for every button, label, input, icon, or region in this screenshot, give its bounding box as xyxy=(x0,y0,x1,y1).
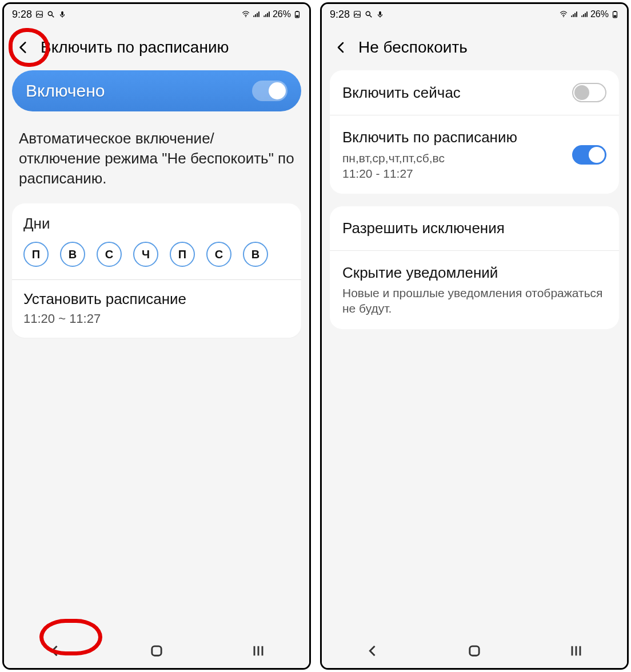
search-icon xyxy=(365,10,373,18)
mic-icon xyxy=(376,10,384,18)
signal1-icon xyxy=(252,10,260,18)
image-icon xyxy=(353,10,361,18)
svg-rect-2 xyxy=(61,11,63,15)
day-chip[interactable]: В xyxy=(243,242,268,267)
row-title: Скрытие уведомлений xyxy=(342,263,606,282)
navbar xyxy=(322,634,627,668)
set-schedule-row[interactable]: Установить расписание 11:20 ~ 11:27 xyxy=(23,290,290,326)
svg-point-3 xyxy=(245,16,246,17)
nav-recents-button[interactable] xyxy=(247,639,270,662)
image-icon xyxy=(35,10,43,18)
day-chip[interactable]: П xyxy=(170,242,195,267)
content-left: Включено Автоматическое включение/отключ… xyxy=(4,67,309,634)
statusbar-time: 9:28 xyxy=(330,9,350,21)
search-icon xyxy=(47,10,55,18)
days-row: П В С Ч П С В xyxy=(23,242,290,267)
day-chip[interactable]: С xyxy=(206,242,231,267)
row-sub-days: пн,вт,ср,чт,пт,сб,вс xyxy=(342,150,563,166)
nav-home-button[interactable] xyxy=(145,639,168,662)
row-title: Включить по расписанию xyxy=(342,128,563,147)
wifi-icon xyxy=(560,10,568,18)
phone-left: 9:28 26% Включить по расписанию Включено… xyxy=(2,2,311,670)
list-card-primary: Включить сейчас Включить по расписанию п… xyxy=(330,70,619,194)
svg-point-1 xyxy=(48,11,52,15)
signal1-icon xyxy=(570,10,578,18)
page-title: Не беспокоить xyxy=(358,38,468,57)
navbar xyxy=(4,634,309,668)
day-chip[interactable]: С xyxy=(97,242,122,267)
row-sub-time: 11:20 - 11:27 xyxy=(342,166,563,181)
recents-icon xyxy=(250,643,266,659)
row-title: Разрешить исключения xyxy=(342,219,606,238)
row-allow-exceptions[interactable]: Разрешить исключения xyxy=(330,206,619,250)
row-enable-schedule[interactable]: Включить по расписанию пн,вт,ср,чт,пт,сб… xyxy=(330,115,619,194)
schedule-card: Дни П В С Ч П С В Установить расписание … xyxy=(12,203,301,338)
header: Не беспокоить xyxy=(322,25,627,67)
battery-icon xyxy=(611,10,619,18)
wifi-icon xyxy=(242,10,250,18)
chevron-left-icon xyxy=(334,41,348,54)
enable-schedule-switch[interactable] xyxy=(572,145,606,165)
content-right: Включить сейчас Включить по расписанию п… xyxy=(322,67,627,634)
chevron-left-icon xyxy=(16,40,31,55)
nav-home-button[interactable] xyxy=(463,639,486,662)
svg-rect-14 xyxy=(614,15,617,17)
day-chip[interactable]: П xyxy=(23,242,49,267)
row-title: Включить сейчас xyxy=(342,83,563,102)
master-toggle-row[interactable]: Включено xyxy=(12,70,301,111)
square-icon xyxy=(466,643,482,659)
svg-rect-15 xyxy=(470,646,479,655)
page-title: Включить по расписанию xyxy=(41,38,229,57)
svg-rect-5 xyxy=(296,11,298,12)
signal2-icon xyxy=(262,10,270,18)
statusbar: 9:28 26% xyxy=(4,4,309,25)
enable-now-switch[interactable] xyxy=(572,83,606,102)
master-toggle-label: Включено xyxy=(26,81,105,101)
nav-recents-button[interactable] xyxy=(565,639,588,662)
back-button[interactable] xyxy=(332,38,350,57)
days-label: Дни xyxy=(23,215,290,233)
statusbar-battery-pct: 26% xyxy=(590,9,609,19)
description-text: Автоматическое включение/отключение режи… xyxy=(12,111,301,203)
back-button[interactable] xyxy=(14,38,33,57)
chevron-left-icon xyxy=(365,643,381,659)
statusbar-battery-pct: 26% xyxy=(273,9,291,19)
divider xyxy=(12,279,301,280)
statusbar: 9:28 26% xyxy=(322,4,627,25)
row-hide-notifications[interactable]: Скрытие уведомлений Новые и прошлые увед… xyxy=(330,250,619,329)
battery-icon xyxy=(293,10,301,18)
svg-rect-10 xyxy=(379,11,381,15)
svg-point-11 xyxy=(563,16,564,17)
day-chip[interactable]: В xyxy=(60,242,85,267)
recents-icon xyxy=(568,643,584,659)
day-chip[interactable]: Ч xyxy=(133,242,158,267)
phone-right: 9:28 26% Не беспокоить Включить сейчас xyxy=(320,2,629,670)
list-card-secondary: Разрешить исключения Скрытие уведомлений… xyxy=(330,206,619,329)
statusbar-time: 9:28 xyxy=(12,9,32,21)
svg-rect-6 xyxy=(296,15,299,17)
svg-rect-13 xyxy=(614,11,616,12)
row-sub: Новые и прошлые уведомления отображаться… xyxy=(342,285,606,317)
mic-icon xyxy=(58,10,66,18)
square-icon xyxy=(149,643,165,659)
header: Включить по расписанию xyxy=(4,25,309,67)
signal2-icon xyxy=(580,10,588,18)
chevron-left-icon xyxy=(47,643,63,659)
nav-back-button[interactable] xyxy=(43,639,66,662)
svg-rect-7 xyxy=(152,646,161,655)
master-toggle-switch[interactable] xyxy=(252,81,287,101)
row-enable-now[interactable]: Включить сейчас xyxy=(330,70,619,115)
svg-point-9 xyxy=(366,11,370,15)
set-schedule-title: Установить расписание xyxy=(23,290,290,308)
set-schedule-value: 11:20 ~ 11:27 xyxy=(23,311,290,326)
nav-back-button[interactable] xyxy=(361,639,384,662)
